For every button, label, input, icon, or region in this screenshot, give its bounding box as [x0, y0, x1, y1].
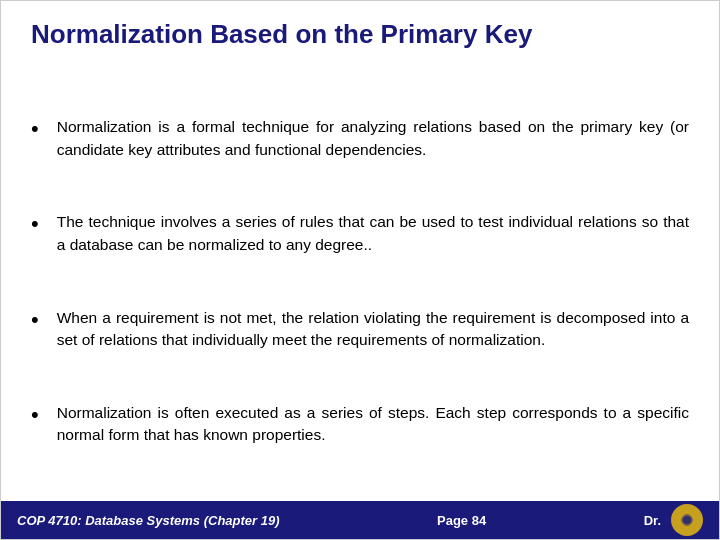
bullet-text-3: When a requirement is not met, the relat… — [57, 307, 689, 352]
bullet-dot-4: • — [31, 400, 39, 431]
slide-footer: COP 4710: Database Systems (Chapter 19) … — [1, 501, 719, 539]
svg-point-1 — [683, 516, 691, 524]
bullet-text-1: Normalization is a formal technique for … — [57, 116, 689, 161]
bullet-item-1: • Normalization is a formal technique fo… — [31, 116, 689, 161]
bullet-dot-2: • — [31, 209, 39, 240]
slide-title: Normalization Based on the Primary Key — [1, 1, 719, 62]
footer-logo-icon — [671, 504, 703, 536]
footer-course-label: COP 4710: Database Systems (Chapter 19) — [17, 513, 280, 528]
bullet-dot-1: • — [31, 114, 39, 145]
bullet-item-4: • Normalization is often executed as a s… — [31, 402, 689, 447]
slide: Normalization Based on the Primary Key •… — [0, 0, 720, 540]
bullet-text-4: Normalization is often executed as a ser… — [57, 402, 689, 447]
bullet-item-3: • When a requirement is not met, the rel… — [31, 307, 689, 352]
footer-right-group: Dr. — [644, 504, 703, 536]
bullet-dot-3: • — [31, 305, 39, 336]
slide-content: • Normalization is a formal technique fo… — [1, 62, 719, 501]
bullet-item-2: • The technique involves a series of rul… — [31, 211, 689, 256]
footer-author: Dr. — [644, 513, 661, 528]
bullet-text-2: The technique involves a series of rules… — [57, 211, 689, 256]
footer-page-number: Page 84 — [437, 513, 486, 528]
